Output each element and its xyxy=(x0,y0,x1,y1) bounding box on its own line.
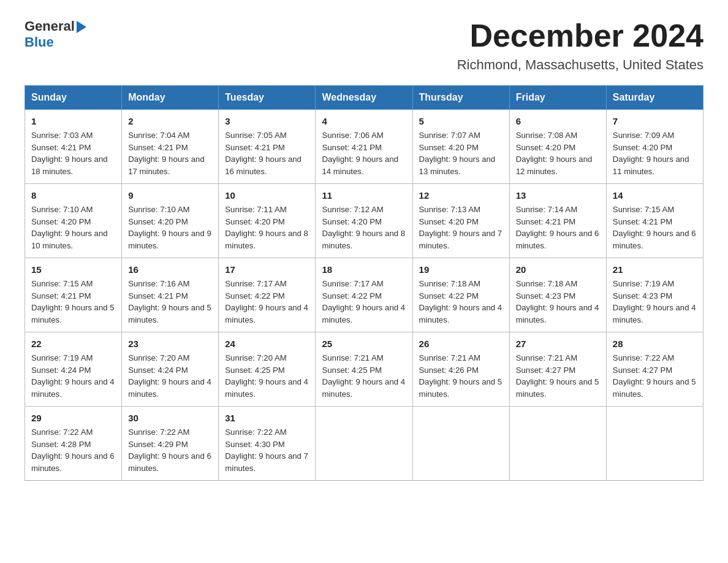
day-number: 22 xyxy=(31,337,115,351)
day-info: Sunrise: 7:15 AMSunset: 4:21 PMDaylight:… xyxy=(613,205,696,250)
day-number: 30 xyxy=(128,412,212,425)
day-number: 2 xyxy=(128,115,212,128)
day-number: 6 xyxy=(516,115,600,128)
day-info: Sunrise: 7:19 AMSunset: 4:24 PMDaylight:… xyxy=(31,353,115,399)
day-number: 13 xyxy=(516,189,600,202)
calendar-cell: 19Sunrise: 7:18 AMSunset: 4:22 PMDayligh… xyxy=(412,258,509,332)
calendar-cell: 28Sunrise: 7:22 AMSunset: 4:27 PMDayligh… xyxy=(606,332,703,407)
day-info: Sunrise: 7:21 AMSunset: 4:27 PMDaylight:… xyxy=(516,353,599,399)
day-number: 31 xyxy=(225,412,309,425)
calendar-cell: 9Sunrise: 7:10 AMSunset: 4:20 PMDaylight… xyxy=(122,184,219,258)
subtitle: Richmond, Massachusetts, United States xyxy=(457,57,703,73)
day-number: 9 xyxy=(128,189,212,202)
day-number: 11 xyxy=(322,189,406,202)
calendar-cell: 16Sunrise: 7:16 AMSunset: 4:21 PMDayligh… xyxy=(122,258,219,332)
calendar-cell: 24Sunrise: 7:20 AMSunset: 4:25 PMDayligh… xyxy=(219,332,316,407)
calendar-cell: 7Sunrise: 7:09 AMSunset: 4:20 PMDaylight… xyxy=(606,110,703,184)
calendar-cell: 13Sunrise: 7:14 AMSunset: 4:21 PMDayligh… xyxy=(509,184,606,258)
day-number: 19 xyxy=(419,263,503,277)
day-number: 8 xyxy=(31,189,115,202)
day-info: Sunrise: 7:05 AMSunset: 4:21 PMDaylight:… xyxy=(225,131,301,176)
day-info: Sunrise: 7:06 AMSunset: 4:21 PMDaylight:… xyxy=(322,131,398,176)
day-number: 29 xyxy=(31,412,115,425)
page-title: December 2024 xyxy=(457,18,703,53)
day-number: 20 xyxy=(516,263,600,277)
calendar-cell: 5Sunrise: 7:07 AMSunset: 4:20 PMDaylight… xyxy=(412,110,509,184)
day-number: 10 xyxy=(225,189,309,202)
day-number: 25 xyxy=(322,337,406,351)
week-row-4: 22Sunrise: 7:19 AMSunset: 4:24 PMDayligh… xyxy=(25,332,703,407)
day-number: 17 xyxy=(225,263,309,277)
calendar-cell: 2Sunrise: 7:04 AMSunset: 4:21 PMDaylight… xyxy=(122,110,219,184)
calendar-cell: 31Sunrise: 7:22 AMSunset: 4:30 PMDayligh… xyxy=(219,407,316,481)
logo-blue-text: Blue xyxy=(25,34,54,50)
logo: General Blue xyxy=(25,18,86,50)
calendar-cell: 14Sunrise: 7:15 AMSunset: 4:21 PMDayligh… xyxy=(606,184,703,258)
day-header-friday: Friday xyxy=(509,86,606,110)
calendar-cell: 6Sunrise: 7:08 AMSunset: 4:20 PMDaylight… xyxy=(509,110,606,184)
week-row-3: 15Sunrise: 7:15 AMSunset: 4:21 PMDayligh… xyxy=(25,258,703,332)
calendar-cell: 18Sunrise: 7:17 AMSunset: 4:22 PMDayligh… xyxy=(316,258,412,332)
day-header-wednesday: Wednesday xyxy=(316,86,412,110)
day-info: Sunrise: 7:12 AMSunset: 4:20 PMDaylight:… xyxy=(322,205,405,250)
day-number: 5 xyxy=(419,115,503,128)
logo-general-text: General xyxy=(25,18,75,34)
day-info: Sunrise: 7:07 AMSunset: 4:20 PMDaylight:… xyxy=(419,131,496,176)
day-info: Sunrise: 7:11 AMSunset: 4:20 PMDaylight:… xyxy=(225,205,308,250)
logo-arrow-icon xyxy=(77,21,86,33)
day-header-saturday: Saturday xyxy=(606,86,703,110)
day-number: 18 xyxy=(322,263,406,277)
day-info: Sunrise: 7:14 AMSunset: 4:21 PMDaylight:… xyxy=(516,205,599,250)
day-info: Sunrise: 7:19 AMSunset: 4:23 PMDaylight:… xyxy=(613,279,696,324)
calendar-cell: 15Sunrise: 7:15 AMSunset: 4:21 PMDayligh… xyxy=(25,258,122,332)
day-number: 1 xyxy=(31,115,115,128)
title-area: December 2024 Richmond, Massachusetts, U… xyxy=(457,18,703,73)
day-info: Sunrise: 7:18 AMSunset: 4:22 PMDaylight:… xyxy=(419,279,502,324)
day-header-thursday: Thursday xyxy=(412,86,509,110)
day-info: Sunrise: 7:22 AMSunset: 4:29 PMDaylight:… xyxy=(128,427,211,473)
calendar-cell xyxy=(606,407,703,481)
day-info: Sunrise: 7:20 AMSunset: 4:25 PMDaylight:… xyxy=(225,353,308,399)
day-info: Sunrise: 7:22 AMSunset: 4:27 PMDaylight:… xyxy=(613,353,696,399)
day-number: 21 xyxy=(613,263,697,277)
calendar-cell xyxy=(509,407,606,481)
calendar-cell: 26Sunrise: 7:21 AMSunset: 4:26 PMDayligh… xyxy=(412,332,509,407)
day-info: Sunrise: 7:10 AMSunset: 4:20 PMDaylight:… xyxy=(128,205,211,250)
calendar-cell xyxy=(316,407,412,481)
day-number: 12 xyxy=(419,189,503,202)
calendar-cell: 22Sunrise: 7:19 AMSunset: 4:24 PMDayligh… xyxy=(25,332,122,407)
day-number: 15 xyxy=(31,263,115,277)
day-info: Sunrise: 7:10 AMSunset: 4:20 PMDaylight:… xyxy=(31,205,108,250)
day-info: Sunrise: 7:20 AMSunset: 4:24 PMDaylight:… xyxy=(128,353,211,399)
day-header-monday: Monday xyxy=(122,86,219,110)
week-row-2: 8Sunrise: 7:10 AMSunset: 4:20 PMDaylight… xyxy=(25,184,703,258)
week-row-5: 29Sunrise: 7:22 AMSunset: 4:28 PMDayligh… xyxy=(25,407,703,481)
calendar-cell: 17Sunrise: 7:17 AMSunset: 4:22 PMDayligh… xyxy=(219,258,316,332)
day-number: 14 xyxy=(613,189,697,202)
calendar-cell: 3Sunrise: 7:05 AMSunset: 4:21 PMDaylight… xyxy=(219,110,316,184)
calendar-cell: 25Sunrise: 7:21 AMSunset: 4:25 PMDayligh… xyxy=(316,332,412,407)
day-number: 7 xyxy=(613,115,697,128)
day-info: Sunrise: 7:13 AMSunset: 4:20 PMDaylight:… xyxy=(419,205,502,250)
page-header: General Blue December 2024 Richmond, Mas… xyxy=(25,18,703,73)
day-number: 23 xyxy=(128,337,212,351)
calendar-cell: 11Sunrise: 7:12 AMSunset: 4:20 PMDayligh… xyxy=(316,184,412,258)
calendar-cell: 21Sunrise: 7:19 AMSunset: 4:23 PMDayligh… xyxy=(606,258,703,332)
day-info: Sunrise: 7:09 AMSunset: 4:20 PMDaylight:… xyxy=(613,131,689,176)
calendar-cell: 12Sunrise: 7:13 AMSunset: 4:20 PMDayligh… xyxy=(412,184,509,258)
day-number: 28 xyxy=(613,337,697,351)
day-info: Sunrise: 7:21 AMSunset: 4:25 PMDaylight:… xyxy=(322,353,405,399)
day-info: Sunrise: 7:15 AMSunset: 4:21 PMDaylight:… xyxy=(31,279,115,324)
day-number: 16 xyxy=(128,263,212,277)
day-number: 26 xyxy=(419,337,503,351)
day-header-tuesday: Tuesday xyxy=(219,86,316,110)
calendar-cell: 1Sunrise: 7:03 AMSunset: 4:21 PMDaylight… xyxy=(25,110,122,184)
calendar-cell: 23Sunrise: 7:20 AMSunset: 4:24 PMDayligh… xyxy=(122,332,219,407)
calendar-cell: 8Sunrise: 7:10 AMSunset: 4:20 PMDaylight… xyxy=(25,184,122,258)
day-info: Sunrise: 7:18 AMSunset: 4:23 PMDaylight:… xyxy=(516,279,599,324)
calendar-cell xyxy=(412,407,509,481)
calendar-cell: 30Sunrise: 7:22 AMSunset: 4:29 PMDayligh… xyxy=(122,407,219,481)
calendar-cell: 29Sunrise: 7:22 AMSunset: 4:28 PMDayligh… xyxy=(25,407,122,481)
calendar-cell: 27Sunrise: 7:21 AMSunset: 4:27 PMDayligh… xyxy=(509,332,606,407)
day-info: Sunrise: 7:08 AMSunset: 4:20 PMDaylight:… xyxy=(516,131,593,176)
